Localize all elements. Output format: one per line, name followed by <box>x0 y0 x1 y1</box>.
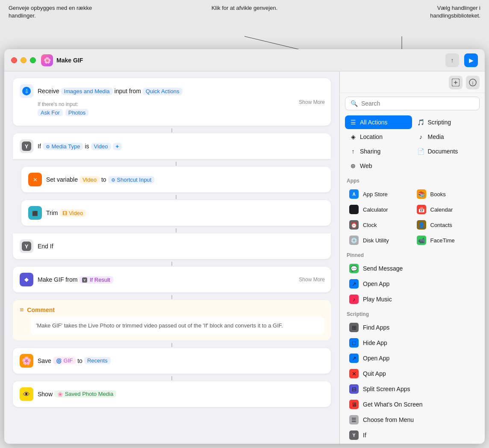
make-gif-block: ◆ Make GIF from Y If Result Show More <box>13 267 331 292</box>
sidebar-item-web[interactable]: ⊛ Web <box>345 159 412 173</box>
app-store-icon: A <box>349 189 359 199</box>
connector2 <box>21 161 331 167</box>
end-if-block: Y End If <box>13 233 331 259</box>
category-grid: ☰ All Actions 🎵 Scripting ◈ Location ♪ M… <box>340 114 485 174</box>
list-item-split-screen[interactable]: ⊟ Split Screen Apps <box>345 381 480 397</box>
pinned-list: 💬 Send Message ↗ Open App ♪ Play Music <box>340 260 485 308</box>
svg-text:🌸: 🌸 <box>22 356 32 365</box>
play-button[interactable]: ▶ <box>464 53 478 67</box>
pinned-section-label: Pinned <box>340 249 485 260</box>
media-icon: ♪ <box>417 133 425 141</box>
images-media-token[interactable]: Images and Media <box>61 88 113 95</box>
editor-panel[interactable]: ⇩ Receive Images and Media input from Qu… <box>4 71 339 444</box>
recents-token[interactable]: Recents <box>84 357 111 364</box>
contacts-icon: 👤 <box>417 220 426 230</box>
make-gif-show-more[interactable]: Show More <box>299 277 325 283</box>
list-item-choose-menu[interactable]: ☰ Choose from Menu <box>345 412 480 427</box>
quick-actions-token[interactable]: Quick Actions <box>143 88 183 95</box>
add-to-shortcut-button[interactable] <box>449 76 462 89</box>
list-item-send-message[interactable]: 💬 Send Message <box>345 261 480 276</box>
search-bar[interactable]: 🔍 <box>345 97 480 110</box>
show-text: Show 🌸 Saved Photo Media <box>38 390 324 398</box>
trim-icon: ⬛ <box>28 206 42 220</box>
list-item-get-whats-on[interactable]: 🖥 Get What's On Screen <box>345 397 480 412</box>
gif-token[interactable]: 🌀 GIF <box>53 357 76 364</box>
connector3 <box>21 194 331 200</box>
svg-text:👁: 👁 <box>23 391 30 398</box>
search-input[interactable] <box>361 100 474 107</box>
calculator-icon: ⊞ <box>349 205 359 214</box>
list-item-open-app[interactable]: ↗ Open App <box>345 276 480 292</box>
close-button[interactable] <box>11 57 17 63</box>
make-gif-text: Make GIF from Y If Result <box>38 276 324 283</box>
calendar-icon: 📅 <box>417 205 426 214</box>
info-button[interactable]: i <box>466 76 480 89</box>
sidebar-header: i <box>340 71 485 93</box>
list-item-find-apps[interactable]: ⊞ Find Apps <box>345 320 480 335</box>
scripting-section-label: Scripting <box>340 308 485 319</box>
location-icon: ◈ <box>349 133 357 141</box>
web-icon: ⊛ <box>349 162 357 170</box>
annotations-area: Genveje opbygges med en række handlinger… <box>0 0 489 51</box>
share-button[interactable]: ↑ <box>445 53 459 67</box>
sidebar-item-sharing[interactable]: ↑ Sharing <box>345 144 412 158</box>
sidebar-item-documents[interactable]: 📄 Documents <box>413 144 480 158</box>
sidebar-item-scripting[interactable]: 🎵 Scripting <box>413 115 480 129</box>
books-icon: 📚 <box>417 189 426 199</box>
video-token[interactable]: Video <box>91 143 111 150</box>
connector5 <box>13 261 331 267</box>
if-body: ✕ Set variable Video to ⚙ Shortcut Input <box>13 161 331 233</box>
svg-text:⬛: ⬛ <box>32 210 38 216</box>
connector1 <box>13 127 331 133</box>
sidebar-item-media[interactable]: ♪ Media <box>413 130 480 144</box>
svg-text:◆: ◆ <box>24 276 29 283</box>
list-item-contacts[interactable]: 👤 Contacts <box>412 217 480 233</box>
shortcut-input-token[interactable]: ⚙ Shortcut Input <box>108 176 155 183</box>
list-item-app-store[interactable]: A App Store <box>345 186 412 202</box>
list-item-disk-utility[interactable]: 💿 Disk Utility <box>345 233 412 248</box>
sidebar-item-location[interactable]: ◈ Location <box>345 130 412 144</box>
plus-token[interactable]: + <box>113 143 122 150</box>
if-text: If ⚙ Media Type is Video + <box>38 143 324 150</box>
no-input-tokens: Ask For Photos <box>38 109 324 116</box>
documents-icon: 📄 <box>417 147 425 155</box>
send-message-icon: 💬 <box>349 264 359 273</box>
end-if-icon: Y <box>20 239 33 253</box>
media-type-token[interactable]: ⚙ Media Type <box>43 143 83 150</box>
comment-header: ≡ Comment <box>20 306 324 314</box>
maximize-button[interactable] <box>30 57 36 63</box>
trim-video-token[interactable]: 🎞 Video <box>59 209 86 217</box>
ask-for-token[interactable]: Ask For <box>38 109 63 116</box>
photos-token[interactable]: Photos <box>65 109 88 116</box>
list-item-play-music[interactable]: ♪ Play Music <box>345 292 480 307</box>
app-icon: 🌸 <box>41 54 53 66</box>
list-item-books[interactable]: 📚 Books <box>412 186 480 202</box>
if-action-icon: Y <box>349 430 359 440</box>
clock-icon: ⏰ <box>349 220 359 230</box>
connector7 <box>13 342 331 348</box>
disk-utility-icon: 💿 <box>349 236 359 245</box>
facetime-icon: 📹 <box>417 236 426 245</box>
svg-text:Y: Y <box>25 143 29 150</box>
if-result-token[interactable]: Y If Result <box>79 276 113 283</box>
save-block: 🌸 Save 🌀 GIF to Recents <box>13 348 331 374</box>
saved-photo-token[interactable]: 🌸 Saved Photo Media <box>54 390 116 398</box>
list-item-quit-app[interactable]: ✕ Quit App <box>345 366 480 381</box>
minimize-button[interactable] <box>21 57 27 63</box>
list-item-repeat[interactable]: ↻ Repeat <box>345 443 480 444</box>
list-item-facetime[interactable]: 📹 FaceTime <box>412 233 480 248</box>
video-var-token[interactable]: Video <box>80 176 100 183</box>
traffic-lights <box>11 57 36 63</box>
sidebar-scroll-area[interactable]: ☰ All Actions 🎵 Scripting ◈ Location ♪ M… <box>340 114 485 444</box>
receive-show-more[interactable]: Show More <box>299 99 325 105</box>
list-item-open-app2[interactable]: ↗ Open App <box>345 351 480 366</box>
open-app2-icon: ↗ <box>349 354 359 363</box>
list-item-if[interactable]: Y If <box>345 427 480 443</box>
quit-app-icon: ✕ <box>349 369 359 378</box>
list-item-hide-app[interactable]: □ Hide App <box>345 335 480 351</box>
list-item-calculator[interactable]: ⊞ Calculator <box>345 202 412 217</box>
sidebar-item-all-actions[interactable]: ☰ All Actions <box>345 115 412 129</box>
set-var-text: Set variable Video to ⚙ Shortcut Input <box>46 176 324 183</box>
list-item-calendar[interactable]: 📅 Calendar <box>412 202 480 217</box>
list-item-clock[interactable]: ⏰ Clock <box>345 217 412 233</box>
